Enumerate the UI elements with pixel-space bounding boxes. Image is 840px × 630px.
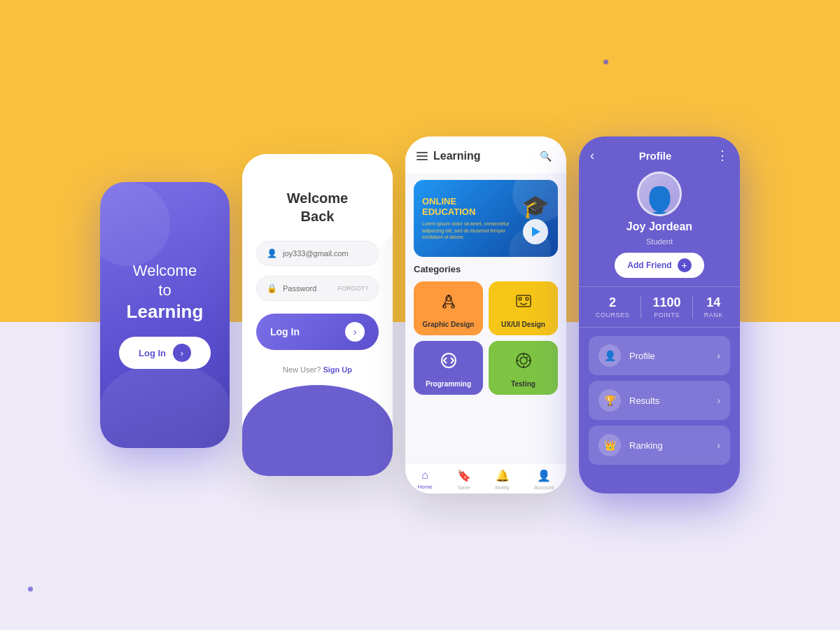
programming-label: Programming xyxy=(426,380,471,388)
graphic-design-label: Graphic Design xyxy=(423,321,475,328)
forgot-label[interactable]: FORGOT? xyxy=(337,285,368,292)
add-friend-button[interactable]: Add Friend + xyxy=(615,253,704,278)
nav-home[interactable]: ⌂ Home xyxy=(417,469,432,491)
svg-point-5 xyxy=(526,298,528,300)
phones-container: Welcome to Learning Log In › Welcome Bac… xyxy=(0,0,840,630)
stat-points: 1100 POINTS xyxy=(652,295,680,318)
nav-notify[interactable]: 🔔 Notify xyxy=(495,469,509,491)
stat-divider-2 xyxy=(692,295,693,318)
profile-menu-icon: 👤 xyxy=(604,350,616,361)
ranking-menu-label: Ranking xyxy=(629,440,708,451)
avatar: 👤 xyxy=(637,172,682,216)
profile-username: Joy Jordean xyxy=(626,220,692,233)
rank-label: RANK xyxy=(704,312,723,318)
login-submit-arrow: › xyxy=(345,322,365,342)
email-value: joy333@gmail.com xyxy=(283,249,368,258)
login-title-line2: Back xyxy=(301,209,335,224)
category-programming[interactable]: Programming xyxy=(414,341,483,395)
header-left: Learning xyxy=(416,150,481,162)
play-triangle-icon xyxy=(532,227,540,237)
more-options-button[interactable]: ⋮ xyxy=(716,148,729,163)
stat-courses: 2 COURSES xyxy=(596,295,629,318)
login-title: Welcome Back xyxy=(287,189,348,225)
password-field[interactable]: 🔒 Password FORGOT? xyxy=(256,276,379,301)
profile-menu: 👤 Profile › 🏆 Results › 👑 Ranking › xyxy=(579,328,740,473)
profile-header-title: Profile xyxy=(639,150,672,162)
nav-account-label: Account xyxy=(534,484,554,491)
login-submit-label: Log In xyxy=(270,326,300,337)
welcome-line3: Learning xyxy=(127,301,204,323)
email-icon: 👤 xyxy=(267,248,277,258)
avatar-image: 👤 xyxy=(639,174,680,214)
search-button[interactable]: 🔍 xyxy=(536,146,555,166)
nav-save[interactable]: 🔖 Save xyxy=(457,469,471,491)
email-field[interactable]: 👤 joy333@gmail.com xyxy=(256,241,379,266)
nav-account[interactable]: 👤 Account xyxy=(534,469,554,491)
category-ux-ui[interactable]: UX/UI Design xyxy=(489,281,558,335)
welcome-line1: Welcome xyxy=(127,261,204,281)
login-title-line1: Welcome xyxy=(287,190,348,206)
results-chevron-icon: › xyxy=(717,395,720,406)
profile-icon-wrap: 👤 xyxy=(598,344,621,367)
education-banner[interactable]: ONLINE EDUCATION Lorem ipsum dolor sit a… xyxy=(414,180,558,257)
results-menu-icon: 🏆 xyxy=(604,395,616,406)
play-button[interactable] xyxy=(523,219,548,244)
ux-ui-label: UX/UI Design xyxy=(501,321,545,328)
categories-grid: Graphic Design UX/UI Design xyxy=(414,281,558,395)
wave-decoration-1 xyxy=(100,364,230,448)
wave-decoration-2 xyxy=(100,182,170,266)
courses-label: COURSES xyxy=(596,312,629,318)
points-label: POINTS xyxy=(654,312,680,318)
new-user-text: New User? Sign Up xyxy=(283,365,352,374)
account-icon: 👤 xyxy=(537,469,551,482)
login-submit-button[interactable]: Log In › xyxy=(256,314,379,350)
menu-item-ranking[interactable]: 👑 Ranking › xyxy=(589,426,730,465)
category-testing[interactable]: Testing xyxy=(489,341,558,395)
programming-icon xyxy=(439,351,458,374)
back-button[interactable]: ‹ xyxy=(590,148,594,163)
testing-icon xyxy=(514,351,533,374)
categories-heading: Categories xyxy=(414,264,558,274)
password-placeholder: Password xyxy=(283,284,332,293)
learning-header: Learning 🔍 xyxy=(405,136,566,173)
ranking-icon-wrap: 👑 xyxy=(598,434,621,456)
results-icon-wrap: 🏆 xyxy=(598,389,621,412)
lock-icon: 🔒 xyxy=(267,284,277,293)
stat-rank: 14 RANK xyxy=(704,295,723,318)
profile-role: Student xyxy=(646,237,673,246)
avatar-section: 👤 Joy Jordean Student Add Friend + xyxy=(579,172,740,286)
welcome-login-button[interactable]: Log In › xyxy=(119,337,211,369)
stat-divider-1 xyxy=(640,295,641,318)
add-friend-label: Add Friend xyxy=(627,260,671,270)
ranking-chevron-icon: › xyxy=(717,440,720,451)
nav-save-label: Save xyxy=(457,484,470,491)
banner-right: 🎓 xyxy=(522,193,550,244)
hamburger-menu[interactable] xyxy=(416,152,428,160)
profile-chevron-icon: › xyxy=(717,350,720,361)
profile-menu-label: Profile xyxy=(629,351,708,361)
menu-item-results[interactable]: 🏆 Results › xyxy=(589,381,730,420)
welcome-login-arrow: › xyxy=(173,344,191,362)
hamburger-line xyxy=(416,159,428,160)
testing-label: Testing xyxy=(511,380,536,388)
ux-ui-icon xyxy=(514,291,533,315)
learning-body: ONLINE EDUCATION Lorem ipsum dolor sit a… xyxy=(405,173,566,463)
phone-welcome: Welcome to Learning Log In › xyxy=(100,182,230,448)
stats-row: 2 COURSES 1100 POINTS 14 RANK xyxy=(579,286,740,328)
nav-home-label: Home xyxy=(417,484,432,490)
phone-login: Welcome Back 👤 joy333@gmail.com 🔒 Passwo… xyxy=(242,154,393,476)
welcome-text-block: Welcome to Learning xyxy=(127,261,204,323)
svg-point-1 xyxy=(443,305,446,308)
signup-link[interactable]: Sign Up xyxy=(323,365,352,374)
save-icon: 🔖 xyxy=(457,469,471,482)
graduation-cap-icon: 🎓 xyxy=(522,193,550,220)
graphic-design-icon xyxy=(439,291,458,315)
welcome-login-label: Log In xyxy=(139,348,166,358)
svg-point-4 xyxy=(519,298,522,300)
learning-header-title: Learning xyxy=(433,150,481,162)
menu-item-profile[interactable]: 👤 Profile › xyxy=(589,336,730,375)
home-icon: ⌂ xyxy=(421,469,428,482)
category-graphic-design[interactable]: Graphic Design xyxy=(414,281,483,335)
notify-icon: 🔔 xyxy=(496,469,510,482)
svg-point-2 xyxy=(451,305,454,308)
